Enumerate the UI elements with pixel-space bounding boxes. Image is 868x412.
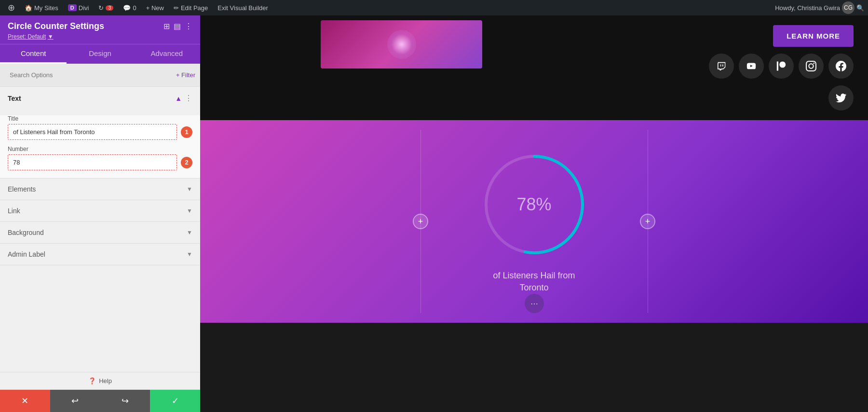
- exit-builder-item[interactable]: Exit Visual Builder: [214, 0, 272, 15]
- twitter-icon-circle[interactable]: [828, 85, 854, 110]
- comment-icon: 💬: [123, 4, 131, 12]
- number-field-row: 2: [8, 154, 192, 170]
- new-item[interactable]: + New: [142, 0, 168, 15]
- hero-image: [321, 20, 482, 69]
- panel-preset: Preset: Default ▼: [8, 33, 192, 40]
- tab-design[interactable]: Design: [67, 44, 133, 64]
- panel-title: Circle Counter Settings: [8, 21, 104, 31]
- elements-section-title: Elements: [8, 185, 36, 193]
- youtube-icon-circle[interactable]: [739, 54, 764, 79]
- three-dot-menu-button[interactable]: ⋯: [525, 294, 544, 313]
- action-buttons: ✕ ↩ ↪ ✓: [0, 390, 200, 412]
- pencil-icon: ✏: [174, 4, 179, 12]
- elements-section: Elements ▼: [0, 179, 200, 200]
- preset-label: Preset: Default: [8, 33, 46, 40]
- link-section-title: Link: [8, 207, 20, 215]
- divi-item[interactable]: D Divi: [64, 0, 93, 15]
- link-chevron-icon: ▼: [187, 207, 192, 214]
- panel-content: Text ▲ ⋮ Title 1 Number: [0, 87, 200, 372]
- preset-arrow[interactable]: ▼: [48, 33, 54, 40]
- undo-button[interactable]: ↩: [50, 390, 100, 412]
- admin-label-section-title: Admin Label: [8, 250, 45, 258]
- user-avatar[interactable]: CG: [842, 1, 854, 14]
- save-button[interactable]: ✓: [150, 390, 200, 412]
- panel-header: Circle Counter Settings ⊞ ▤ ⋮ Preset: De…: [0, 15, 200, 44]
- visual-builder-panel: LEARN MORE: [200, 15, 868, 412]
- tab-content[interactable]: Content: [0, 44, 67, 64]
- tab-advanced[interactable]: Advanced: [134, 44, 200, 64]
- search-input[interactable]: [5, 68, 172, 82]
- comments-item[interactable]: 💬 0: [119, 0, 140, 15]
- admin-label-section-header[interactable]: Admin Label ▼: [0, 244, 200, 265]
- cancel-button[interactable]: ✕: [0, 390, 50, 412]
- text-section-header[interactable]: Text ▲ ⋮: [0, 87, 200, 110]
- updates-item[interactable]: ↻ 3: [95, 0, 117, 15]
- help-icon: ❓: [88, 377, 96, 385]
- background-section-header[interactable]: Background ▼: [0, 222, 200, 243]
- layout-icon[interactable]: ▤: [174, 22, 181, 31]
- wp-logo: ⊕: [8, 2, 15, 13]
- social-icons-row-2: [828, 85, 854, 110]
- maximize-icon[interactable]: ⊞: [163, 22, 170, 31]
- text-section-body: Title 1 Number 2: [0, 115, 200, 178]
- background-chevron-icon: ▼: [187, 229, 192, 236]
- number-input[interactable]: [8, 154, 177, 170]
- comments-count: 0: [133, 4, 136, 12]
- search-row: + Filter: [0, 64, 200, 87]
- circle-counter-widget: 78% of Listeners Hail fromToronto: [479, 149, 590, 294]
- home-icon: 🏠: [25, 4, 32, 12]
- elements-chevron-icon: ▼: [187, 186, 192, 192]
- patreon-icon-circle[interactable]: [769, 54, 794, 79]
- exit-builder-label: Exit Visual Builder: [217, 4, 268, 12]
- edit-page-item[interactable]: ✏ Edit Page: [170, 0, 212, 15]
- right-sidebar-content: LEARN MORE: [709, 20, 854, 110]
- add-column-left-button[interactable]: +: [413, 214, 428, 229]
- facebook-icon-circle[interactable]: [828, 54, 854, 79]
- my-sites-item[interactable]: 🏠 My Sites: [21, 0, 62, 15]
- purple-gradient-section: + + 78% of Listeners Hail from: [200, 120, 868, 323]
- panel-tabs: Content Design Advanced: [0, 44, 200, 64]
- text-section-menu[interactable]: ⋮: [185, 94, 192, 103]
- text-section-icons: ▲ ⋮: [175, 94, 192, 103]
- elements-section-header[interactable]: Elements ▼: [0, 179, 200, 200]
- admin-label-section: Admin Label ▼: [0, 244, 200, 265]
- save-icon: ✓: [172, 396, 179, 406]
- text-section-title: Text: [8, 95, 21, 102]
- link-section: Link ▼: [0, 200, 200, 222]
- circle-counter-title: of Listeners Hail fromToronto: [493, 270, 575, 294]
- more-icon[interactable]: ⋮: [185, 22, 192, 31]
- social-icons-row: [709, 54, 854, 79]
- user-section: Howdy, Christina Gwira CG 🔍: [775, 1, 864, 14]
- redo-button[interactable]: ↪: [100, 390, 150, 412]
- divi-label: Divi: [79, 4, 89, 12]
- background-section: Background ▼: [0, 222, 200, 244]
- filter-button[interactable]: + Filter: [176, 71, 195, 79]
- circle-percentage-text: 78%: [516, 194, 551, 215]
- my-sites-label: My Sites: [34, 4, 58, 12]
- add-column-right-button[interactable]: +: [640, 214, 655, 229]
- update-icon: ↻: [98, 4, 104, 12]
- wp-logo-item[interactable]: ⊕: [4, 0, 19, 15]
- panel-footer: ❓ Help ✕ ↩ ↪ ✓: [0, 372, 200, 412]
- learn-more-button[interactable]: LEARN MORE: [773, 25, 854, 47]
- twitch-icon-circle[interactable]: [709, 54, 734, 79]
- tab-advanced-label: Advanced: [150, 49, 183, 57]
- undo-icon: ↩: [71, 396, 79, 406]
- help-row: ❓ Help: [0, 372, 200, 390]
- page-content-area[interactable]: LEARN MORE: [200, 15, 868, 412]
- divi-icon: D: [68, 4, 77, 11]
- link-section-header[interactable]: Link ▼: [0, 200, 200, 221]
- help-label: Help: [99, 377, 112, 385]
- settings-panel: Circle Counter Settings ⊞ ▤ ⋮ Preset: De…: [0, 15, 200, 412]
- new-label: + New: [146, 4, 164, 12]
- text-section: Text ▲ ⋮ Title 1 Number: [0, 87, 200, 179]
- title-input[interactable]: [8, 124, 177, 140]
- instagram-icon-circle[interactable]: [799, 54, 824, 79]
- filter-label: + Filter: [176, 71, 195, 79]
- hero-glow: [387, 30, 416, 59]
- number-badge: 2: [181, 157, 192, 168]
- wp-admin-bar: ⊕ 🏠 My Sites D Divi ↻ 3 💬 0 + New ✏ Edit…: [0, 0, 868, 15]
- admin-label-chevron-icon: ▼: [187, 251, 192, 258]
- howdy-text: Howdy, Christina Gwira: [775, 4, 840, 12]
- search-toolbar-icon[interactable]: 🔍: [856, 4, 864, 12]
